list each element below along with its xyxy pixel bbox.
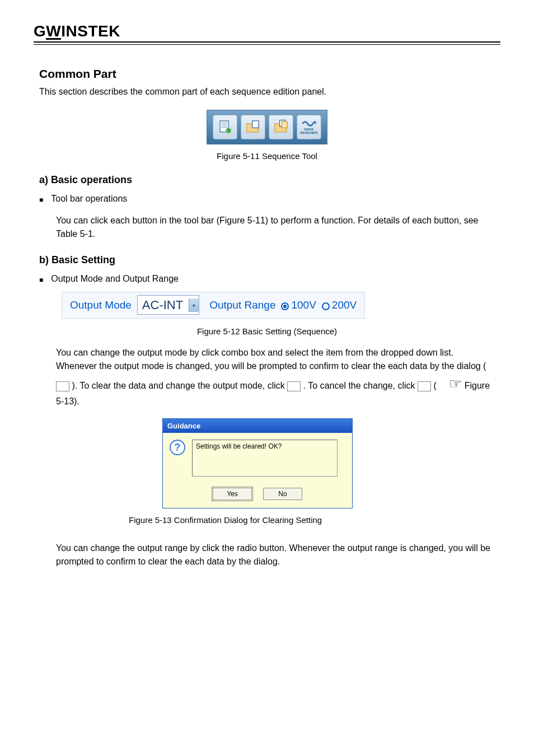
section-a-heading: a) Basic operations [39, 174, 495, 186]
logo-w: W [46, 22, 61, 40]
dialog-yes-button[interactable]: Yes [213, 488, 252, 500]
body-para-2: You can change the output range by click… [56, 542, 495, 568]
open-multi-icon[interactable] [269, 115, 293, 139]
wave-label-bottom: DESIGNER [300, 131, 317, 134]
dialog-message: Settings will be cleared! OK? [192, 440, 338, 477]
question-icon: ? [170, 440, 185, 455]
pointer-icon: ☞ [449, 373, 462, 395]
output-mode-range-label: Output Mode and Output Range [51, 274, 179, 284]
output-mode-label: Output Mode [70, 299, 132, 311]
brand-logo: GWINSTEK [34, 22, 500, 43]
logo-instek: INSTEK [61, 22, 120, 40]
output-settings-panel: Output Mode AC-INT ▾ Output Range 100V 2… [62, 292, 365, 319]
toolbar-ops-label: Tool bar operations [51, 194, 127, 204]
bullet-square-2: ■ [39, 276, 43, 284]
placeholder-box-1 [56, 381, 69, 391]
placeholder-box-3 [418, 381, 431, 391]
wave-designer-icon[interactable]: WAVE DESIGNER [297, 115, 321, 139]
bullet-square: ■ [39, 196, 43, 204]
range-200v-radio[interactable]: 200V [322, 299, 357, 311]
sequence-toolbar: WAVE DESIGNER [207, 110, 327, 144]
placeholder-box-2 [287, 381, 301, 391]
new-icon[interactable] [213, 115, 237, 139]
open-icon[interactable] [241, 115, 265, 139]
range-100v-radio[interactable]: 100V [281, 299, 316, 311]
guidance-dialog: Guidance ? Settings will be cleared! OK?… [162, 418, 353, 508]
table-link[interactable]: Table 5-1 [56, 229, 93, 239]
toolbar-caption: Figure 5-11 Sequence Tool [39, 151, 495, 161]
section-title: Common Part [39, 67, 495, 81]
logo-g: G [34, 22, 46, 40]
chevron-down-icon[interactable]: ▾ [189, 298, 199, 312]
svg-rect-5 [252, 121, 259, 128]
section-a-para: You can click each button in the tool ba… [56, 214, 495, 241]
output-panel-caption: Figure 5-12 Basic Setting (Sequence) [39, 326, 495, 336]
section-intro: This section describes the common part o… [39, 85, 495, 99]
svg-rect-7 [282, 122, 287, 128]
section-b-heading: b) Basic Setting [39, 254, 495, 266]
dialog-no-button[interactable]: No [263, 488, 302, 500]
output-range-label: Output Range [209, 299, 275, 311]
dialog-caption: Figure 5-13 Confirmation Dialog for Clea… [129, 515, 495, 525]
body-para-1: You can change the output mode by click … [56, 346, 495, 408]
dialog-titlebar: Guidance [163, 419, 352, 433]
header-divider [34, 44, 500, 45]
